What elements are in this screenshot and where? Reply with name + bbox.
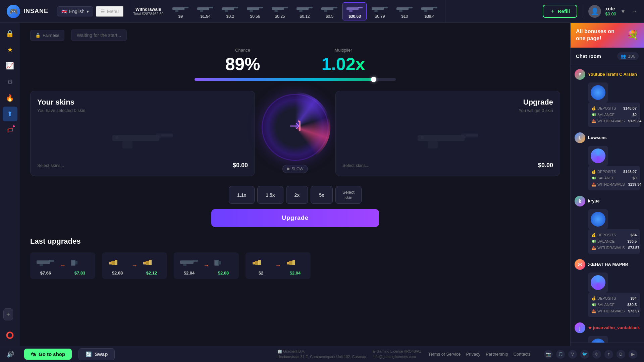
fairness-button[interactable]: 🔒 Fairness bbox=[30, 30, 64, 41]
swap-label: Swap bbox=[95, 351, 108, 357]
balance-icon: 💵 bbox=[591, 113, 596, 117]
from-weapon-icon bbox=[251, 256, 271, 269]
svg-rect-64 bbox=[183, 264, 186, 266]
skin-item-9[interactable]: $10 bbox=[393, 3, 416, 20]
svg-rect-13 bbox=[283, 7, 288, 8]
select-skin-button[interactable]: Selectskin bbox=[335, 186, 362, 204]
withdrawals-total: Total $2878462.69 bbox=[133, 12, 164, 16]
skin-item-10[interactable]: $39.4 bbox=[418, 3, 441, 20]
chat-user-avatar: L bbox=[575, 132, 585, 143]
skin-item-6[interactable]: $0.5 bbox=[318, 3, 341, 20]
skin-img bbox=[171, 4, 190, 13]
slow-badge[interactable]: SLOW bbox=[282, 165, 308, 173]
skin-price: $0.5 bbox=[326, 14, 333, 19]
hamburger-icon: ☰ bbox=[101, 9, 105, 14]
telegram-icon[interactable]: ✈ bbox=[592, 350, 601, 359]
privacy-link[interactable]: Privacy bbox=[466, 352, 481, 357]
sidebar-item-upgrade[interactable]: ⬆ bbox=[3, 107, 17, 121]
user-expand-button[interactable]: → bbox=[630, 6, 639, 16]
chevron-down-icon: ▾ bbox=[87, 9, 89, 14]
deposit-icon: 💰 bbox=[591, 170, 596, 174]
sidebar-item-badge[interactable]: 🏷 bbox=[3, 123, 17, 137]
your-skins-panel[interactable]: Your skins You have selected 0 skin Sele… bbox=[30, 91, 255, 176]
add-button[interactable]: + bbox=[3, 308, 13, 320]
contacts-link[interactable]: Contacts bbox=[514, 352, 531, 357]
volume-icon[interactable]: 🔊 bbox=[7, 351, 14, 358]
skin-item-3[interactable]: $0.56 bbox=[243, 3, 267, 20]
weapon-icon bbox=[271, 5, 288, 13]
terms-link[interactable]: Terms of Service bbox=[428, 352, 461, 357]
mult-1-5x-button[interactable]: 1.5x bbox=[257, 186, 283, 204]
chat-user-block-2: k kryue 💰 DEPOSITS $34 💵 BALANCE bbox=[575, 196, 640, 254]
left-gun-image bbox=[109, 123, 176, 154]
upgrade-item-3: $2 → $2.04 bbox=[246, 252, 311, 279]
mult-1-1x-button[interactable]: 1.1x bbox=[229, 186, 255, 204]
withdrawals-row: 📤 WITHDRAWALS $73.57 bbox=[591, 245, 637, 251]
skin-price: $10 bbox=[401, 14, 408, 19]
sidebar-item-circle[interactable]: ⭕ bbox=[3, 328, 17, 343]
mult-5x-button[interactable]: 5x bbox=[311, 186, 333, 204]
svg-rect-44 bbox=[418, 135, 465, 141]
deposits-key: 💰 DEPOSITS bbox=[591, 106, 616, 111]
sidebar-item-star[interactable]: ★ bbox=[3, 42, 17, 57]
withdrawal-icon: 📤 bbox=[591, 246, 596, 250]
withdrawals-value: $139.34 bbox=[628, 182, 642, 186]
refill-button[interactable]: ＋ Refill bbox=[543, 5, 578, 18]
flag-icon: 🇬🇧 bbox=[61, 9, 67, 14]
upgrade-panel[interactable]: Upgrade You will get 0 skin Select skins… bbox=[335, 91, 560, 176]
withdrawals-title: Withdrawals bbox=[136, 7, 161, 12]
deposit-icon: 💰 bbox=[591, 233, 596, 237]
mult-2x-button[interactable]: 2x bbox=[286, 186, 308, 204]
withdrawals-key: 📤 WITHDRAWALS bbox=[591, 182, 625, 187]
withdrawals-key: 📤 WITHDRAWALS bbox=[591, 309, 625, 313]
right-panel-bottom: Select skins... $0.00 bbox=[342, 162, 553, 169]
withdrawal-icon: 📤 bbox=[591, 309, 596, 313]
username: xote bbox=[605, 6, 616, 11]
chat-messages[interactable]: Y Youtube İsrafil C Arslan 💰 DEPOSITS $1… bbox=[571, 65, 644, 343]
tiktok-icon[interactable]: 🎵 bbox=[556, 350, 565, 359]
svg-rect-3 bbox=[197, 7, 209, 10]
skin-item-7[interactable]: $30.63 bbox=[342, 2, 367, 20]
progress-container[interactable] bbox=[195, 78, 396, 81]
skin-item-1[interactable]: $1.94 bbox=[194, 3, 217, 20]
right-gun-image bbox=[414, 123, 481, 154]
instagram-icon[interactable]: 📷 bbox=[544, 350, 553, 359]
sidebar-item-lock[interactable]: 🔒 bbox=[3, 26, 17, 41]
language-button[interactable]: 🇬🇧 English ▾ bbox=[57, 6, 93, 16]
sidebar-item-gear[interactable]: ⚙ bbox=[3, 74, 17, 89]
progress-fill bbox=[195, 78, 374, 81]
chat-username: ЖЕНАТ НА МАРИИ bbox=[588, 262, 628, 267]
fairness-icon: 🔒 bbox=[35, 33, 41, 38]
go-to-shop-button[interactable]: 🛍 Go to shop bbox=[24, 349, 72, 360]
skin-item-5[interactable]: $0.12 bbox=[293, 3, 316, 20]
from-weapon-icon bbox=[107, 256, 127, 269]
youtube-icon[interactable]: ▶ bbox=[629, 350, 637, 359]
skin-item-4[interactable]: $0.25 bbox=[268, 3, 291, 20]
avatar-label: Ж bbox=[578, 262, 582, 267]
svg-rect-42 bbox=[299, 121, 301, 131]
stats-row: Chance 89% Multiplier 1.02x bbox=[195, 48, 396, 74]
upgrade-arrow-icon: → bbox=[203, 262, 209, 269]
progress-bar[interactable] bbox=[195, 78, 396, 81]
right-skin-display bbox=[342, 118, 553, 159]
partnership-link[interactable]: Partnership bbox=[486, 352, 508, 357]
discord-icon[interactable]: D bbox=[616, 350, 625, 359]
swap-button[interactable]: 🔄 Swap bbox=[78, 348, 115, 360]
skin-img bbox=[246, 4, 264, 13]
twitter-icon[interactable]: 🐦 bbox=[580, 350, 589, 359]
vk-icon[interactable]: V bbox=[568, 350, 577, 359]
facebook-icon[interactable]: f bbox=[604, 350, 613, 359]
sidebar-item-chart[interactable]: 📈 bbox=[3, 58, 17, 73]
bonus-banner[interactable]: All bonuses onone page! 💐 bbox=[571, 23, 644, 48]
chat-bubble-animated bbox=[591, 148, 605, 163]
skin-item-2[interactable]: $0.2 bbox=[218, 3, 242, 20]
company-logo-icon: 🏢 bbox=[277, 349, 282, 353]
user-dropdown-button[interactable]: ▾ bbox=[620, 6, 626, 16]
chat-user-block-1: L Lowsens 💰 DEPOSITS $148.07 💵 BALANCE bbox=[575, 132, 640, 190]
avatar-label: L bbox=[579, 135, 582, 140]
skin-item-0[interactable]: $9 bbox=[169, 3, 192, 20]
upgrade-button[interactable]: Upgrade bbox=[211, 209, 379, 227]
sidebar-item-fire[interactable]: 🔥 bbox=[3, 90, 17, 105]
skin-item-8[interactable]: $0.79 bbox=[368, 3, 391, 20]
menu-button[interactable]: ☰ Menu bbox=[96, 6, 123, 17]
